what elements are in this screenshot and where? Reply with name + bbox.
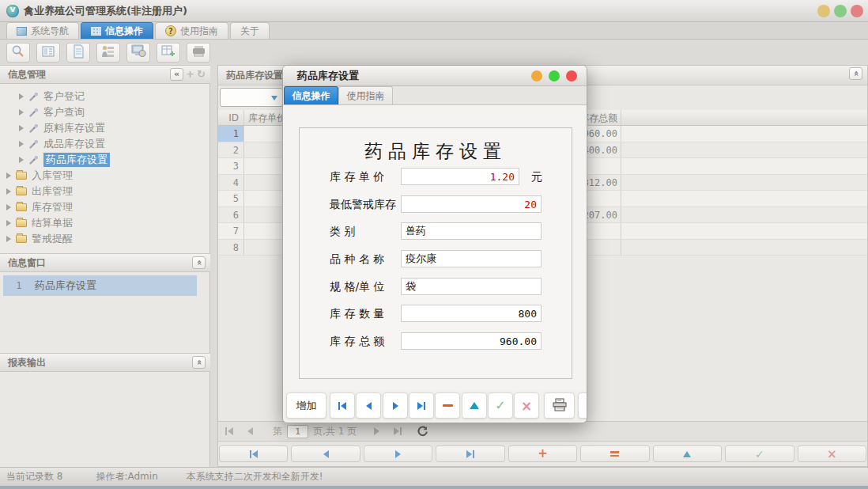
printer-button[interactable] <box>187 43 210 63</box>
dialog-minimize-button[interactable] <box>531 70 542 82</box>
expand-arrow-icon[interactable] <box>6 188 11 195</box>
spec-unit-input[interactable] <box>401 278 542 295</box>
close-button[interactable] <box>851 5 863 17</box>
column-header-id[interactable]: ID <box>218 110 244 125</box>
edit-record-button[interactable] <box>653 445 722 462</box>
print-button[interactable] <box>544 392 575 419</box>
add-icon[interactable]: + <box>186 68 194 81</box>
tab-info-operation[interactable]: 信息操作 <box>81 22 153 39</box>
expand-arrow-icon[interactable] <box>19 157 24 163</box>
collapse-panel-button[interactable]: « <box>192 256 206 269</box>
check-icon: ✓ <box>495 398 505 413</box>
edit-record-button[interactable] <box>462 392 487 419</box>
add-button[interactable]: 增加 <box>286 392 326 419</box>
dialog-close-button[interactable] <box>566 70 577 82</box>
expand-arrow-icon[interactable] <box>19 109 24 116</box>
filter-dropdown[interactable] <box>220 88 283 107</box>
folder-icon <box>16 203 27 211</box>
next-record-button[interactable] <box>383 392 408 419</box>
refresh-icon[interactable]: ↻ <box>197 68 206 81</box>
dialog-tab-user-guide[interactable]: 使用指南 <box>338 86 393 104</box>
previous-record-button[interactable] <box>356 392 381 419</box>
tab-about[interactable]: 关于 <box>230 22 270 39</box>
first-page-button[interactable] <box>225 427 233 435</box>
cell-id: 3 <box>218 158 244 174</box>
tab-system-navigation[interactable]: 系统导航 <box>6 22 79 39</box>
toolbar <box>0 40 868 65</box>
page-label-prefix: 第 <box>273 425 282 438</box>
sidebar-item-inventory-management[interactable]: 库存管理 <box>6 199 73 215</box>
refresh-icon[interactable] <box>417 426 428 437</box>
sidebar-item-alert-reminder[interactable]: 警戒提醒 <box>6 231 73 247</box>
sidebar-item-customer-registration[interactable]: 客户登记 <box>19 89 85 104</box>
printer-icon <box>191 45 206 60</box>
last-record-button[interactable] <box>409 392 434 419</box>
field-label-stock-quantity: 库 存 数 量 <box>330 305 384 322</box>
sidebar-item-stock-out[interactable]: 出库管理 <box>6 184 73 199</box>
field-label-unit-price: 库 存 单 价 <box>330 168 384 185</box>
tree-item-label: 原料库存设置 <box>43 121 105 135</box>
sidebar-item-raw-material-stock[interactable]: 原料库存设置 <box>19 120 105 136</box>
next-record-button[interactable] <box>364 445 432 462</box>
monitor-globe-button[interactable] <box>126 43 150 63</box>
first-record-button[interactable] <box>219 445 288 462</box>
stock-total-input[interactable] <box>401 332 542 350</box>
sidebar-item-stock-in[interactable]: 入库管理 <box>6 168 73 184</box>
form-list-button[interactable] <box>36 43 60 63</box>
printer-icon <box>552 398 568 414</box>
delete-record-button[interactable] <box>435 392 460 419</box>
confirm-button[interactable]: ✓ <box>488 392 513 419</box>
last-record-button[interactable] <box>436 445 504 462</box>
collapse-sidebar-button[interactable]: « <box>170 68 183 81</box>
preview-button[interactable] <box>578 392 587 419</box>
sidebar-item-customer-query[interactable]: 客户查询 <box>19 104 85 120</box>
tool-icon <box>28 139 39 150</box>
last-page-button[interactable] <box>394 427 402 435</box>
table-add-button[interactable] <box>157 43 180 63</box>
sidebar-item-finished-product-stock[interactable]: 成品库存设置 <box>19 136 105 152</box>
confirm-button[interactable]: ✓ <box>725 445 794 462</box>
add-record-button[interactable]: + <box>508 445 577 462</box>
delete-record-button[interactable] <box>580 445 649 462</box>
dialog-maximize-button[interactable] <box>549 70 560 82</box>
expand-arrow-icon[interactable] <box>6 236 11 242</box>
previous-record-button[interactable] <box>291 445 360 462</box>
minimize-button[interactable] <box>817 5 830 17</box>
search-button[interactable] <box>6 43 30 63</box>
first-record-button[interactable] <box>330 392 355 419</box>
collapse-panel-button[interactable]: « <box>192 356 206 369</box>
expand-arrow-icon[interactable] <box>6 172 11 179</box>
stock-quantity-input[interactable] <box>401 305 542 322</box>
cancel-button[interactable]: × <box>798 445 866 462</box>
sidebar-item-settlement-documents[interactable]: 结算单据 <box>6 215 73 231</box>
cancel-button[interactable]: × <box>514 392 539 419</box>
collapse-panel-button[interactable]: « <box>849 67 862 80</box>
dialog-tab-info-operation[interactable]: 信息操作 <box>284 86 338 104</box>
expand-arrow-icon[interactable] <box>19 141 24 147</box>
alert-stock-input[interactable] <box>401 195 542 213</box>
tab-user-guide[interactable]: ? 使用指南 <box>155 22 228 39</box>
dialog-title: 药品库存设置 <box>297 70 359 82</box>
folder-icon <box>16 188 27 195</box>
dialog-titlebar: 药品库存设置 <box>283 66 587 86</box>
minus-icon <box>443 404 453 408</box>
previous-page-button[interactable] <box>247 427 253 435</box>
next-page-button[interactable] <box>374 427 379 435</box>
expand-arrow-icon[interactable] <box>6 204 11 210</box>
user-report-button[interactable] <box>96 43 120 63</box>
document-button[interactable] <box>66 43 90 63</box>
page-number-input[interactable] <box>287 425 308 438</box>
expand-arrow-icon[interactable] <box>19 93 24 100</box>
tree-item-label: 出库管理 <box>32 184 73 199</box>
info-window-item-selected[interactable]: 1 药品库存设置 <box>3 275 197 296</box>
form-title: 药品库存设置 <box>300 139 572 164</box>
expand-arrow-icon[interactable] <box>19 125 24 131</box>
category-input[interactable] <box>401 222 542 240</box>
sidebar-item-drug-stock-selected[interactable]: 药品库存设置 <box>19 152 110 168</box>
dialog-window-controls <box>531 70 577 82</box>
variety-name-input[interactable] <box>401 250 542 267</box>
expand-arrow-icon[interactable] <box>6 220 11 226</box>
x-icon: × <box>521 398 532 414</box>
maximize-button[interactable] <box>834 5 847 17</box>
unit-price-input[interactable] <box>401 168 519 185</box>
